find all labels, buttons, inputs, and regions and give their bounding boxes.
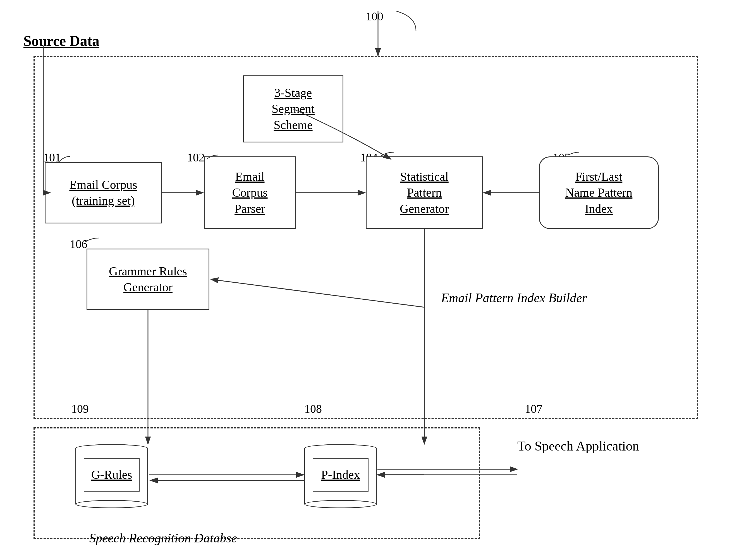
first-last-name-box: First/LastName PatternIndex — [539, 156, 659, 229]
email-corpus-parser-text: EmailCorpusParser — [232, 169, 267, 217]
ref-102: 102 — [187, 151, 205, 164]
g-rules-bottom — [75, 500, 148, 508]
ref-109: 109 — [71, 402, 89, 416]
diagram-container: Source Data 100 Email Pattern Index Buil… — [0, 0, 756, 560]
source-data-label: Source Data — [23, 33, 99, 49]
p-index-inner: P-Index — [313, 458, 368, 492]
grammer-rules-text: Grammer RulesGenerator — [109, 263, 187, 295]
grammer-rules-box: Grammer RulesGenerator — [86, 248, 209, 310]
speech-db-label: Speech Recognition Databse — [89, 531, 237, 545]
ref-107: 107 — [525, 402, 543, 416]
statistical-pattern-box: StatisticalPatternGenerator — [366, 156, 483, 229]
g-rules-text: G-Rules — [91, 467, 132, 483]
p-index-text: P-Index — [321, 467, 360, 483]
three-stage-box: 3-StageSegmentScheme — [243, 75, 343, 142]
epib-label: Email Pattern Index Builder — [441, 291, 587, 305]
ref-100: 100 — [366, 10, 383, 23]
to-speech-label: To Speech Application — [517, 438, 639, 454]
outer-dashed-box — [34, 56, 698, 419]
email-corpus-parser-box: EmailCorpusParser — [204, 156, 296, 229]
statistical-pattern-text: StatisticalPatternGenerator — [400, 169, 449, 217]
email-corpus-box: Email Corpus(training set) — [45, 162, 162, 223]
p-index-bottom — [304, 500, 377, 508]
first-last-name-text: First/LastName PatternIndex — [565, 169, 633, 217]
three-stage-text: 3-StageSegmentScheme — [272, 85, 314, 133]
g-rules-inner: G-Rules — [84, 458, 140, 492]
ref-106: 106 — [70, 237, 87, 251]
ref-108: 108 — [304, 402, 322, 416]
email-corpus-text: Email Corpus(training set) — [69, 177, 137, 208]
